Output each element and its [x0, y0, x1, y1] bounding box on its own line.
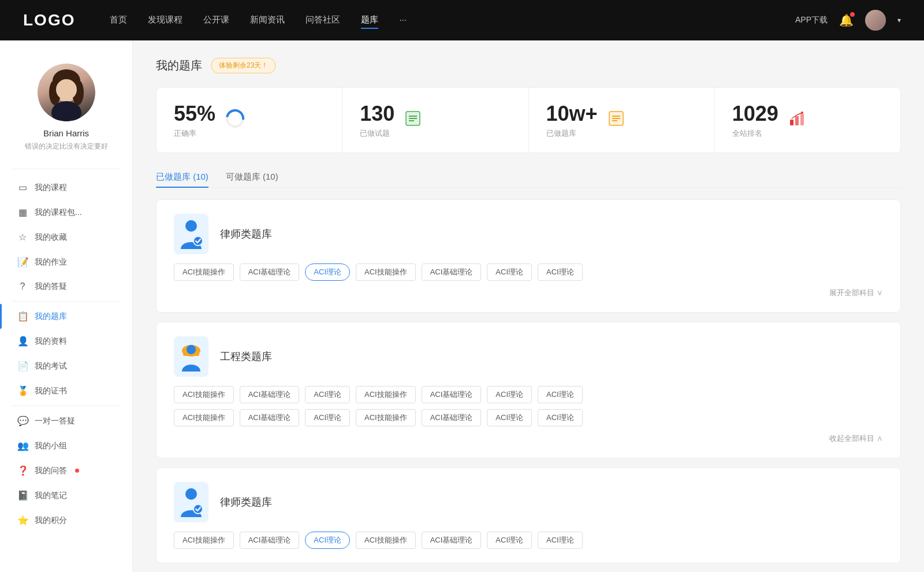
- tab-available-banks[interactable]: 可做题库 (10): [226, 167, 278, 187]
- bank-tag[interactable]: ACI理论: [538, 263, 583, 281]
- svg-point-23: [193, 236, 203, 246]
- collapse-button[interactable]: 收起全部科目 ∧: [829, 433, 883, 444]
- svg-point-5: [56, 79, 77, 100]
- bank-card-lawyer-1: 律师类题库 ACI技能操作 ACI基础理论 ACI理论 ACI技能操作 ACI基…: [156, 199, 901, 313]
- sidebar-item-questions[interactable]: ? 我的答疑: [0, 274, 132, 299]
- bank-tag-selected[interactable]: ACI理论: [305, 263, 350, 281]
- bank-card-lawyer-2: 律师类题库 ACI技能操作 ACI基础理论 ACI理论 ACI技能操作 ACI基…: [156, 467, 901, 563]
- svg-rect-20: [800, 114, 804, 125]
- sidebar-item-notes[interactable]: 📓 我的笔记: [0, 483, 132, 508]
- bank-card-title-2: 工程类题库: [220, 350, 272, 363]
- bank-tag[interactable]: ACI技能操作: [174, 386, 234, 403]
- sidebar-item-exam[interactable]: 📄 我的考试: [0, 354, 132, 378]
- sidebar-item-bank[interactable]: 📋 我的题库: [0, 304, 132, 329]
- trial-badge: 体验剩余23天！: [211, 58, 275, 73]
- svg-rect-18: [790, 120, 793, 125]
- bank-tag[interactable]: ACI基础理论: [240, 409, 300, 426]
- bank-tag[interactable]: ACI基础理论: [422, 263, 482, 281]
- bank-type-icon-lawyer: [174, 214, 208, 254]
- sidebar-item-label: 我的题库: [35, 311, 67, 322]
- bank-icon: 📋: [17, 311, 28, 322]
- sidebar-item-my-courses[interactable]: ▭ 我的课程: [0, 175, 132, 200]
- bank-card-header-engineer: 工程类题库: [174, 336, 883, 377]
- accuracy-chart-icon: [225, 108, 245, 133]
- star-icon: ☆: [17, 232, 28, 243]
- svg-point-22: [185, 220, 197, 232]
- bank-tag[interactable]: ACI基础理论: [422, 532, 482, 549]
- sidebar-item-favorites[interactable]: ☆ 我的收藏: [0, 225, 132, 250]
- sidebar-item-label: 我的考试: [35, 361, 67, 372]
- sidebar: Brian Harris 错误的决定比没有决定要好 ▭ 我的课程 ▦ 我的课程包…: [0, 40, 133, 572]
- stat-value-questions: 130 已做试题: [360, 102, 394, 139]
- nav-app-download[interactable]: APP下载: [795, 15, 828, 25]
- tutoring-icon: 💬: [17, 415, 28, 426]
- avatar: [38, 64, 95, 121]
- banks-icon: [607, 109, 625, 132]
- profile-icon: 👤: [17, 336, 28, 347]
- tab-done-banks[interactable]: 已做题库 (10): [156, 167, 208, 187]
- nav-link-qa[interactable]: 问答社区: [305, 12, 340, 29]
- nav-link-news[interactable]: 新闻资讯: [250, 12, 285, 29]
- bank-card-engineer: 工程类题库 ACI技能操作 ACI基础理论 ACI理论 ACI技能操作 ACI基…: [156, 322, 901, 458]
- bank-tag[interactable]: ACI技能操作: [356, 409, 416, 426]
- bank-tag[interactable]: ACI技能操作: [174, 409, 234, 426]
- sidebar-item-label: 我的答疑: [35, 281, 67, 292]
- bank-tag[interactable]: ACI理论: [538, 409, 583, 426]
- bank-type-icon-engineer: [174, 336, 208, 377]
- sidebar-bio: 错误的决定比没有决定要好: [25, 142, 108, 151]
- sidebar-item-groups[interactable]: 👥 我的小组: [0, 433, 132, 458]
- sidebar-item-my-qa[interactable]: ❓ 我的问答: [0, 458, 132, 483]
- bank-tag[interactable]: ACI理论: [305, 409, 350, 426]
- sidebar-item-label: 我的证书: [35, 386, 67, 396]
- sidebar-item-profile[interactable]: 👤 我的资料: [0, 329, 132, 354]
- sidebar-item-points[interactable]: ⭐ 我的积分: [0, 508, 132, 533]
- sidebar-profile: Brian Harris 错误的决定比没有决定要好: [0, 40, 132, 163]
- bank-tag[interactable]: ACI技能操作: [356, 532, 416, 549]
- nav-dropdown-arrow[interactable]: ▾: [897, 16, 901, 24]
- nav-link-discover[interactable]: 发现课程: [148, 12, 182, 29]
- bank-tag[interactable]: ACI技能操作: [174, 532, 234, 549]
- nav-link-open[interactable]: 公开课: [203, 12, 229, 29]
- bank-tag[interactable]: ACI基础理论: [240, 532, 300, 549]
- courses-icon: ▭: [17, 182, 28, 193]
- sidebar-item-label: 我的笔记: [35, 491, 67, 501]
- nav-links: 首页 发现课程 公开课 新闻资讯 问答社区 题库 ···: [110, 12, 795, 29]
- bank-card-title-1: 律师类题库: [220, 227, 272, 241]
- bank-tag[interactable]: ACI技能操作: [174, 263, 234, 281]
- bank-tag[interactable]: ACI理论: [305, 386, 350, 403]
- sidebar-item-certificate[interactable]: 🏅 我的证书: [0, 378, 132, 403]
- sidebar-item-course-packages[interactable]: ▦ 我的课程包...: [0, 200, 132, 225]
- bank-tag[interactable]: ACI基础理论: [240, 263, 300, 281]
- bank-tag-selected[interactable]: ACI理论: [305, 532, 350, 549]
- questions-list-icon: [404, 109, 422, 132]
- bank-tag[interactable]: ACI理论: [487, 532, 532, 549]
- bank-tag[interactable]: ACI技能操作: [356, 263, 416, 281]
- bank-tag[interactable]: ACI基础理论: [422, 409, 482, 426]
- question-icon: ?: [17, 281, 28, 292]
- bank-tag[interactable]: ACI理论: [487, 263, 532, 281]
- nav-link-more[interactable]: ···: [399, 12, 407, 29]
- bank-tag[interactable]: ACI技能操作: [356, 386, 416, 403]
- bank-tag[interactable]: ACI基础理论: [240, 386, 300, 403]
- bank-tag[interactable]: ACI理论: [538, 386, 583, 403]
- stat-done-questions: 130 已做试题: [342, 88, 528, 153]
- bank-tag[interactable]: ACI理论: [538, 532, 583, 549]
- qa-icon: ❓: [17, 465, 28, 476]
- sidebar-item-homework[interactable]: 📝 我的作业: [0, 250, 132, 274]
- stat-done-banks: 10w+ 已做题库: [529, 88, 715, 153]
- stat-value-rank: 1029 全站排名: [732, 102, 778, 139]
- bank-tag[interactable]: ACI理论: [487, 409, 532, 426]
- sidebar-menu: ▭ 我的课程 ▦ 我的课程包... ☆ 我的收藏 📝 我的作业 ? 我的答疑 📋: [0, 175, 132, 533]
- nav-avatar[interactable]: [865, 10, 886, 31]
- nav-bell-button[interactable]: 🔔: [839, 13, 854, 27]
- sidebar-item-label: 我的课程: [35, 183, 67, 193]
- expand-button-1[interactable]: 展开全部科目 ∨: [829, 288, 883, 298]
- svg-point-26: [187, 345, 196, 354]
- sidebar-item-tutoring[interactable]: 💬 一对一答疑: [0, 408, 132, 433]
- bank-tag[interactable]: ACI理论: [487, 386, 532, 403]
- nav-link-home[interactable]: 首页: [110, 12, 127, 29]
- nav-link-bank[interactable]: 题库: [361, 12, 378, 29]
- packages-icon: ▦: [17, 207, 28, 218]
- bank-tag[interactable]: ACI基础理论: [422, 386, 482, 403]
- bank-tags-row-2a: ACI技能操作 ACI基础理论 ACI理论 ACI技能操作 ACI基础理论 AC…: [174, 386, 883, 403]
